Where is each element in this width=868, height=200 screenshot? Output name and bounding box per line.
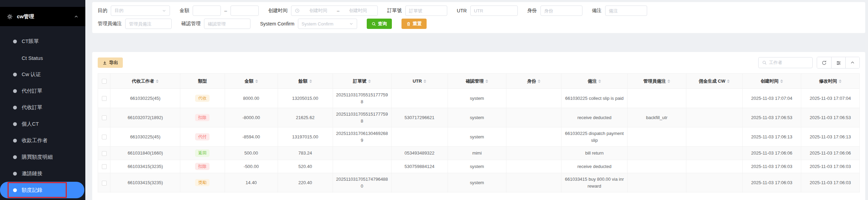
sidebar-item-9[interactable]: 額度記錄 [0, 182, 84, 198]
cell-order_no [333, 147, 391, 160]
cell-identity [506, 160, 561, 173]
sidebar-item-4[interactable]: 代收訂單 [0, 99, 85, 116]
bullet-icon [13, 172, 17, 176]
sidebar-item-8[interactable]: 邀請鏈接 [0, 165, 85, 182]
order-input[interactable] [405, 6, 447, 16]
row-checkbox[interactable] [102, 164, 107, 169]
sidebar-header[interactable]: cw管理 [0, 7, 85, 26]
sidebar-item-5[interactable]: 個人CT [0, 116, 85, 132]
cell-type: 代付 [180, 127, 225, 147]
created-range-picker[interactable]: 创建时间 – 创建时间 [291, 6, 378, 16]
sidebar-item-6[interactable]: 收款工作者 [0, 132, 85, 149]
confirm-input[interactable] [204, 19, 250, 29]
sort-icon[interactable] [780, 78, 783, 84]
sort-icon[interactable] [424, 78, 426, 84]
worker-search-input[interactable]: 工作者 [758, 57, 813, 68]
chevron-up-icon[interactable] [74, 14, 78, 19]
cell-confirm: system [448, 127, 506, 147]
cell-utr: 530759884124 [391, 160, 448, 173]
amount-max-input[interactable] [231, 6, 259, 16]
remark-input[interactable] [605, 6, 647, 16]
sidebar-item-2[interactable]: Cw 认证 [0, 66, 85, 83]
sidebar-item-1[interactable]: Ct Status [0, 50, 85, 66]
purpose-select[interactable]: 目的 [111, 6, 170, 16]
cell-worker: 661033415(3235) [110, 160, 180, 173]
row-checkbox[interactable] [102, 181, 107, 186]
cell-identity [506, 89, 561, 108]
sidebar-item-label: Cw 认证 [22, 71, 41, 78]
column-settings-button[interactable] [831, 57, 845, 68]
row-checkbox[interactable] [102, 115, 107, 120]
header-modified[interactable]: 修改时间 [801, 74, 859, 89]
cell-created: 2025-11-03 17:06:53 [742, 108, 801, 127]
header-confirm[interactable]: 確認管理 [448, 74, 506, 89]
amount-min-input[interactable] [193, 6, 221, 16]
sort-icon[interactable] [727, 78, 730, 84]
header-admin_remark[interactable]: 管理員備注 [628, 74, 686, 89]
sidebar-item-0[interactable]: CT賬單 [0, 33, 85, 50]
cell-select[interactable] [98, 108, 110, 127]
cell-modified: 2025-11-03 17:06:03 [801, 173, 859, 192]
collapse-button[interactable] [845, 57, 859, 68]
cell-worker: 661032072(1892) [110, 108, 180, 127]
cell-select[interactable] [98, 160, 110, 173]
identity-input[interactable] [540, 6, 582, 16]
sidebar-item-label: 額度記錄 [22, 187, 42, 193]
cell-select[interactable] [98, 89, 110, 108]
sort-icon[interactable] [156, 78, 159, 84]
sidebar-item-3[interactable]: 代付訂單 [0, 83, 85, 99]
header-select-all[interactable] [98, 74, 110, 89]
reset-button[interactable]: 重置 [401, 19, 427, 29]
export-button[interactable]: 导出 [98, 57, 123, 68]
bullet-icon [13, 139, 17, 143]
header-balance[interactable]: 餘額 [278, 74, 333, 89]
sidebar-item-label: Ct Status [22, 55, 43, 61]
sort-icon[interactable] [667, 78, 670, 84]
system-confirm-select[interactable]: System Confirm [298, 19, 357, 29]
header-created[interactable]: 创建时间 [742, 74, 801, 89]
filter-confirm: 確認管理 [181, 19, 250, 29]
cell-order_no [333, 160, 391, 173]
header-amount[interactable]: 金額 [225, 74, 278, 89]
cell-utr: 530717296621 [391, 108, 448, 127]
cell-select[interactable] [98, 173, 110, 192]
cell-type: 扣除 [180, 108, 225, 127]
cell-balance: 13205015.00 [278, 89, 333, 108]
cell-admin_remark: backfill_utr [628, 108, 686, 127]
cell-utr [391, 127, 448, 147]
cell-commission_cw [686, 147, 742, 160]
refresh-icon [822, 60, 827, 65]
sort-icon[interactable] [485, 78, 488, 84]
header-identity[interactable]: 身份 [506, 74, 561, 89]
utr-label: UTR [457, 8, 467, 13]
admin-remark-input[interactable] [125, 19, 172, 29]
sort-icon[interactable] [839, 78, 842, 84]
header-commission_cw[interactable]: 佣金生成 CW [686, 74, 742, 89]
search-button[interactable]: 查询 [367, 19, 392, 29]
select-all-checkbox[interactable] [102, 79, 107, 84]
header-remark[interactable]: 備注 [561, 74, 627, 89]
sort-icon[interactable] [598, 78, 601, 84]
utr-input[interactable] [470, 6, 518, 16]
header-worker[interactable]: 代收工作者 [110, 74, 180, 89]
cell-balance: 13197015.00 [278, 127, 333, 147]
row-checkbox[interactable] [102, 135, 107, 139]
header-label: 佣金生成 CW [699, 78, 725, 84]
sort-icon[interactable] [309, 78, 312, 84]
cell-identity [506, 147, 561, 160]
sort-icon[interactable] [368, 78, 371, 84]
sidebar-item-label: 個人CT [22, 121, 39, 127]
cell-utr: 053493489322 [391, 147, 448, 160]
header-utr[interactable]: UTR [391, 74, 448, 89]
row-checkbox[interactable] [102, 96, 107, 101]
row-checkbox[interactable] [102, 151, 107, 156]
type-tag: 獎勵 [195, 179, 210, 187]
sort-icon[interactable] [538, 78, 540, 84]
refresh-button[interactable] [817, 57, 831, 68]
cell-select[interactable] [98, 147, 110, 160]
header-label: 備注 [588, 78, 597, 84]
sort-icon[interactable] [255, 78, 258, 84]
sidebar-item-7[interactable]: 購買額度明細 [0, 149, 85, 165]
header-order_no[interactable]: 訂單號 [333, 74, 391, 89]
cell-select[interactable] [98, 127, 110, 147]
